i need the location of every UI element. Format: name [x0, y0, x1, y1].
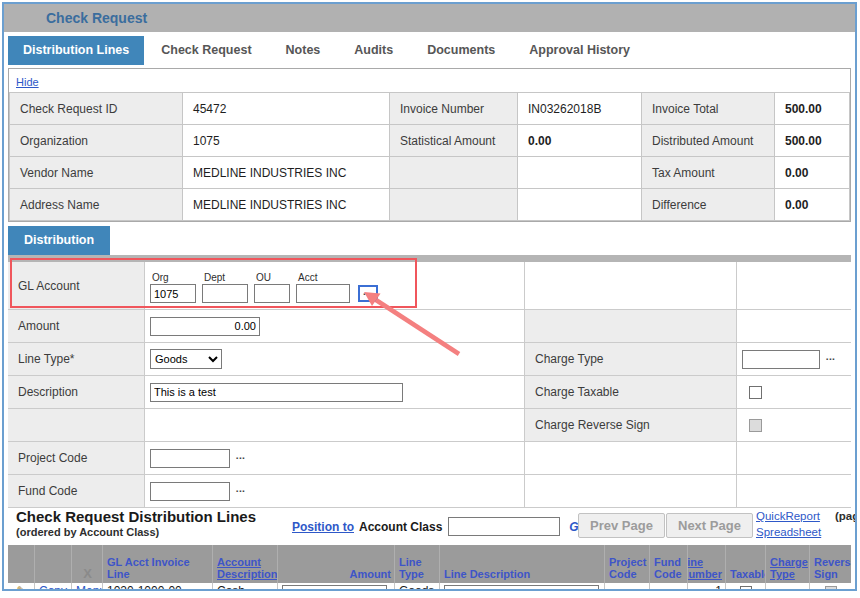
info-value: 0.00 [775, 189, 850, 221]
cell-account-description: Cash- [213, 583, 278, 591]
description-label: Description [8, 376, 145, 409]
cell-line-number: 1 [688, 583, 726, 591]
info-value: 500.00 [775, 125, 850, 157]
grid-header-delete[interactable]: X [72, 545, 103, 583]
info-label: Address Name [10, 189, 183, 221]
cell-project-code [605, 583, 650, 591]
header-info-panel: Hide Check Request ID 45472 Invoice Numb… [8, 68, 851, 222]
charge-type-input[interactable] [742, 350, 820, 369]
menu-link[interactable]: Menu [76, 584, 103, 591]
gl-account-group: Org Dept OU Acct ▪▪▪ [150, 268, 378, 303]
info-label: Tax Amount [642, 157, 775, 189]
ou-input[interactable] [254, 284, 290, 303]
grid-header-taxable: Taxable [726, 545, 766, 583]
charge-taxable-label: Charge Taxable [525, 376, 737, 409]
amount-label: Amount [8, 310, 145, 343]
prev-page-button[interactable]: Prev Page [578, 513, 665, 538]
info-label: Difference [642, 189, 775, 221]
next-page-button[interactable]: Next Page [666, 513, 753, 538]
org-input[interactable] [150, 284, 196, 303]
cell-charge-type [766, 583, 810, 591]
info-label: Invoice Total [642, 93, 775, 125]
cell-gl-acct: 1020-1000-00- [103, 583, 213, 591]
position-to-link[interactable]: Position to [292, 520, 354, 534]
copy-link[interactable]: Copy [39, 584, 67, 591]
grid-header-fund-code: Fund Code [650, 545, 688, 583]
section-subtitle: (ordered by Account Class) [16, 526, 159, 538]
cell-fund-code [650, 583, 688, 591]
ellipsis-icon[interactable]: ▪▪▪ [826, 356, 835, 362]
table-row: Address Name MEDLINE INDUSTRIES INC Diff… [10, 189, 850, 221]
ellipsis-icon: ▪▪▪ [363, 291, 372, 297]
cell-line-type: Goods [395, 583, 440, 591]
grid-header-charge-type[interactable]: Charge Type [766, 545, 810, 583]
distribution-tab-strip [8, 255, 851, 262]
row-reverse-sign-checkbox [825, 586, 837, 591]
info-label: Check Request ID [10, 93, 183, 125]
edit-pencil-icon[interactable]: ✎ [16, 584, 26, 591]
info-value [518, 189, 642, 221]
acct-label: Acct [298, 272, 350, 283]
table-row: Vendor Name MEDLINE INDUSTRIES INC Tax A… [10, 157, 850, 189]
info-label: Statistical Amount [390, 125, 518, 157]
info-value: 500.00 [775, 93, 850, 125]
info-value [518, 157, 642, 189]
tab-approval-history[interactable]: Approval History [512, 36, 647, 65]
tab-documents[interactable]: Documents [410, 36, 512, 65]
page-indicator: (page 1 [835, 510, 857, 522]
info-value: 1075 [183, 125, 390, 157]
info-value: 0.00 [518, 125, 642, 157]
table-row: ✎ Copy Menu 1020-1000-00- Cash- Goods 1 [8, 583, 851, 591]
page-title: Check Request [46, 4, 147, 32]
info-label: Vendor Name [10, 157, 183, 189]
distribution-form: GL Account Org Dept OU Acct [8, 262, 851, 508]
tab-distribution[interactable]: Distribution [8, 226, 110, 255]
position-to-input[interactable] [448, 517, 560, 536]
acct-input[interactable] [296, 284, 350, 303]
tab-check-request[interactable]: Check Request [144, 36, 268, 65]
info-value: 45472 [183, 93, 390, 125]
row-amount-input[interactable] [282, 585, 387, 591]
project-code-label: Project Code [8, 442, 145, 475]
ellipsis-icon[interactable]: ▪▪▪ [236, 488, 245, 494]
amount-input[interactable] [150, 317, 260, 336]
grid-header-project-code: Project Code [605, 545, 650, 583]
tab-bar: Distribution Lines Check Request Notes A… [8, 36, 647, 65]
row-line-description-input[interactable] [444, 585, 599, 591]
info-label [390, 189, 518, 221]
grid-header-account-description[interactable]: Account Description [213, 545, 278, 583]
position-field-label: Account Class [359, 520, 442, 534]
row-taxable-checkbox[interactable] [740, 586, 752, 591]
grid-header-line-number[interactable]: Line Number [688, 545, 726, 583]
tab-notes[interactable]: Notes [269, 36, 338, 65]
project-code-input[interactable] [150, 449, 230, 468]
description-input[interactable] [150, 383, 403, 402]
info-value: 0.00 [775, 157, 850, 189]
check-request-window: Check Request Distribution Lines Check R… [2, 2, 857, 591]
charge-reverse-sign-checkbox [749, 419, 762, 432]
info-label: Distributed Amount [642, 125, 775, 157]
spreadsheet-link[interactable]: Spreadsheet [756, 526, 821, 538]
tab-distribution-lines[interactable]: Distribution Lines [8, 36, 144, 65]
charge-type-label: Charge Type [525, 343, 737, 376]
fund-code-input[interactable] [150, 482, 230, 501]
fund-code-label: Fund Code [8, 475, 145, 508]
org-label: Org [152, 272, 196, 283]
grid-header-reverse-sign: Reverse Sign [810, 545, 851, 583]
dept-input[interactable] [202, 284, 248, 303]
hide-link[interactable]: Hide [16, 76, 39, 88]
gl-account-lookup-button[interactable]: ▪▪▪ [358, 285, 378, 302]
charge-taxable-checkbox[interactable] [749, 386, 762, 399]
tab-audits[interactable]: Audits [337, 36, 410, 65]
ellipsis-icon[interactable]: ▪▪▪ [236, 455, 245, 461]
info-label [390, 157, 518, 189]
info-value: IN03262018B [518, 93, 642, 125]
line-type-select[interactable]: Goods [150, 349, 222, 369]
quickreport-link[interactable]: QuickReport [756, 510, 820, 522]
title-bar: Check Request [4, 4, 855, 32]
table-row: Check Request ID 45472 Invoice Number IN… [10, 93, 850, 125]
grid-header-line-type: Line Type [395, 545, 440, 583]
table-row: Organization 1075 Statistical Amount 0.0… [10, 125, 850, 157]
info-label: Organization [10, 125, 183, 157]
x-icon: X [83, 568, 92, 580]
